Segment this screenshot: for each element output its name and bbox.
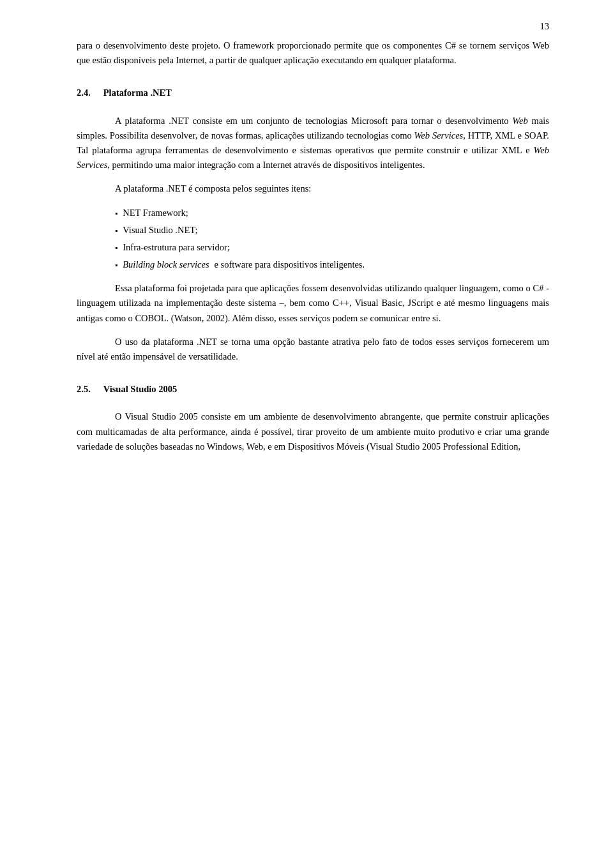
section-2-5-number: 2.5. (77, 382, 91, 397)
p1-part4: , permitindo uma maior integração com a … (107, 160, 425, 170)
page-number: 13 (540, 19, 550, 34)
p4-text: O uso da plataforma .NET se torna uma op… (77, 337, 549, 362)
p5-text: O Visual Studio 2005 consiste em um ambi… (77, 411, 549, 451)
paragraph-2-intro: A plataforma .NET é composta pelos segui… (77, 181, 549, 196)
paragraph-1: A plataforma .NET consiste em um conjunt… (77, 114, 549, 173)
bullet-2-text: Visual Studio .NET; (123, 223, 197, 238)
bullet-3-text: Infra-estrutura para servidor; (123, 240, 229, 255)
p1-webservices1: Web Services (414, 130, 464, 141)
section-2-4-number: 2.4. (77, 86, 91, 100)
paragraph-3: Essa plataforma foi projetada para que a… (77, 281, 549, 326)
intro-paragraph: para o desenvolvimento deste projeto. O … (77, 38, 549, 68)
p3-text: Essa plataforma foi projetada para que a… (77, 283, 549, 323)
bullet-4-italic: Building block services (123, 257, 209, 272)
p1-web: Web (512, 116, 527, 126)
bullet-item-3: Infra-estrutura para servidor; (115, 240, 549, 255)
p2-intro-text: A plataforma .NET é composta pelos segui… (115, 183, 311, 194)
bullet-list: NET Framework; Visual Studio .NET; Infra… (115, 206, 549, 273)
bullet-1-text: NET Framework; (123, 206, 188, 220)
bullet-item-4: Building block services e software para … (115, 257, 549, 272)
section-2-5: 2.5. Visual Studio 2005 O Visual Studio … (77, 382, 549, 454)
bullet-item-1: NET Framework; (115, 206, 549, 220)
section-2-4: 2.4. Plataforma .NET A plataforma .NET c… (77, 86, 549, 364)
section-2-5-heading: 2.5. Visual Studio 2005 (77, 382, 549, 397)
bullet-item-2: Visual Studio .NET; (115, 223, 549, 238)
paragraph-4: O uso da plataforma .NET se torna uma op… (77, 335, 549, 364)
intro-text: para o desenvolvimento deste projeto. O … (77, 40, 549, 65)
section-2-4-title: Plataforma .NET (103, 86, 172, 100)
bullet-4-rest: e software para dispositivos inteligente… (215, 257, 365, 272)
section-2-5-title: Visual Studio 2005 (103, 382, 178, 397)
p1-part1: A plataforma .NET consiste em um conjunt… (115, 116, 512, 126)
paragraph-5: O Visual Studio 2005 consiste em um ambi… (77, 409, 549, 454)
section-2-4-heading: 2.4. Plataforma .NET (77, 86, 549, 100)
page: 13 para o desenvolvimento deste projeto.… (0, 0, 613, 868)
